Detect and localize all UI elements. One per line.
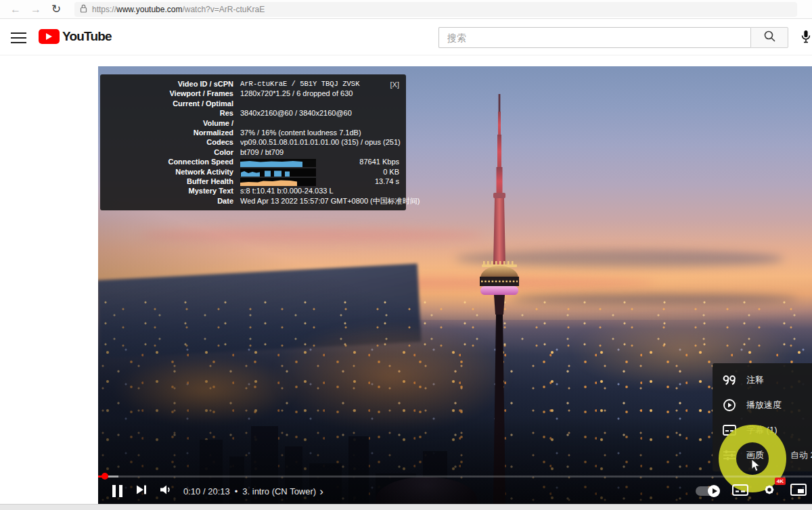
forward-icon[interactable]: → bbox=[26, 0, 46, 19]
refresh-icon[interactable]: ↻ bbox=[46, 0, 66, 19]
next-icon bbox=[135, 484, 148, 499]
volume-button[interactable] bbox=[154, 480, 178, 502]
lock-icon bbox=[80, 3, 87, 16]
volume-icon bbox=[159, 484, 173, 499]
menu-icon[interactable] bbox=[11, 32, 26, 43]
search-input[interactable] bbox=[438, 27, 750, 48]
menu-item-label: 注释 bbox=[746, 374, 764, 386]
time-display: 0:10 / 20:13 bbox=[183, 486, 230, 496]
menu-item-annotations[interactable]: 注释 bbox=[713, 367, 812, 392]
subtitles-icon bbox=[722, 423, 737, 438]
quality-4k-badge: 4K bbox=[775, 478, 786, 485]
quality-current-value: 自动 21 bbox=[790, 449, 812, 461]
seek-scrubber[interactable] bbox=[102, 473, 108, 480]
buffer-health-graph bbox=[240, 178, 316, 186]
settings-button[interactable]: 4K bbox=[762, 482, 777, 500]
menu-item-label: 字幕 (1) bbox=[746, 424, 777, 436]
playback-speed-icon bbox=[722, 398, 737, 413]
annotations-icon bbox=[722, 373, 737, 388]
back-icon[interactable]: ← bbox=[5, 0, 26, 19]
pause-button[interactable] bbox=[105, 480, 129, 502]
search-button[interactable] bbox=[750, 27, 788, 48]
stats-row: Current / OptimalRes 3840x2160@60 / 3840… bbox=[100, 99, 401, 118]
next-button[interactable] bbox=[129, 480, 154, 502]
quality-icon bbox=[722, 448, 737, 463]
autoplay-play-icon bbox=[708, 485, 720, 497]
window-bottom-strip bbox=[0, 504, 812, 510]
stats-row: Mystery Text s:8 t:10.41 b:0.000-24.033 … bbox=[100, 186, 401, 195]
chevron-right-icon: › bbox=[319, 487, 323, 496]
stats-row: Color bt709 / bt709 bbox=[100, 147, 401, 157]
menu-item-label: 画质 bbox=[746, 449, 764, 461]
menu-item-label: 播放速度 bbox=[746, 399, 782, 411]
stats-for-nerds-panel: [X] Video ID / sCPN ArR-ctuKraE / 5B1Y T… bbox=[100, 74, 406, 210]
subtitles-cc-icon bbox=[732, 484, 748, 499]
menu-item-quality[interactable]: 画质 自动 21 bbox=[713, 442, 812, 467]
connection-speed-graph bbox=[240, 159, 316, 167]
search-group bbox=[438, 27, 788, 48]
mic-icon bbox=[800, 30, 811, 46]
pause-icon bbox=[112, 485, 122, 497]
network-activity-graph bbox=[240, 168, 316, 177]
stats-row: Codecs vp09.00.51.08.01.01.01.01.00 (315… bbox=[100, 137, 401, 147]
search-icon bbox=[763, 30, 776, 45]
stats-row: Date Wed Apr 13 2022 15:57:07 GMT+0800 (… bbox=[100, 196, 401, 206]
browser-toolbar: ← → ↻ https://www.youtube.com/watch?v=Ar… bbox=[0, 0, 812, 19]
address-bar[interactable]: https://www.youtube.com/watch?v=ArR-ctuK… bbox=[74, 2, 797, 17]
seek-bar[interactable] bbox=[98, 476, 812, 478]
stats-row: Volume /Normalized 37% / 16% (content lo… bbox=[100, 118, 401, 138]
youtube-logo-text: YouTube bbox=[62, 29, 112, 44]
youtube-logo[interactable]: YouTube bbox=[39, 29, 112, 44]
player-controls-left: 0:10 / 20:13 • 3. intro (CN Tower) › bbox=[105, 480, 323, 502]
stats-row: Video ID / sCPN ArR-ctuKraE / 5B1Y TBQJ … bbox=[100, 79, 401, 89]
mic-button[interactable] bbox=[797, 29, 812, 47]
stats-row: Viewport / Frames 1280x720*1.25 / 6 drop… bbox=[100, 89, 401, 98]
url-text: https://www.youtube.com/watch?v=ArR-ctuK… bbox=[92, 5, 265, 14]
chapter-button[interactable]: • 3. intro (CN Tower) › bbox=[235, 486, 323, 496]
video-player[interactable]: [X] Video ID / sCPN ArR-ctuKraE / 5B1Y T… bbox=[98, 66, 812, 504]
miniplayer-button[interactable] bbox=[790, 484, 807, 499]
player-settings-menu: 注释 播放速度 字幕 bbox=[713, 363, 812, 471]
menu-item-playback-speed[interactable]: 播放速度 bbox=[713, 392, 812, 417]
chapter-title: 3. intro (CN Tower) bbox=[242, 486, 316, 496]
stats-close-button[interactable]: [X] bbox=[390, 80, 399, 89]
gear-icon bbox=[762, 488, 777, 499]
youtube-header: YouTube bbox=[0, 20, 812, 55]
youtube-play-icon bbox=[39, 29, 60, 44]
menu-item-subtitles[interactable]: 字幕 (1) bbox=[713, 417, 812, 442]
stats-row-network-activity: Network Activity 0 KB bbox=[100, 167, 401, 177]
miniplayer-icon bbox=[790, 484, 807, 499]
player-controls-right: 4K bbox=[696, 480, 807, 502]
screen: ← → ↻ https://www.youtube.com/watch?v=Ar… bbox=[0, 0, 812, 510]
subtitles-button[interactable] bbox=[732, 484, 748, 499]
stats-row-buffer-health: Buffer Health 13.74 s bbox=[100, 177, 401, 186]
stats-row-connection-speed: Connection Speed 87641 Kbps bbox=[100, 157, 401, 166]
autoplay-toggle[interactable] bbox=[696, 486, 719, 496]
